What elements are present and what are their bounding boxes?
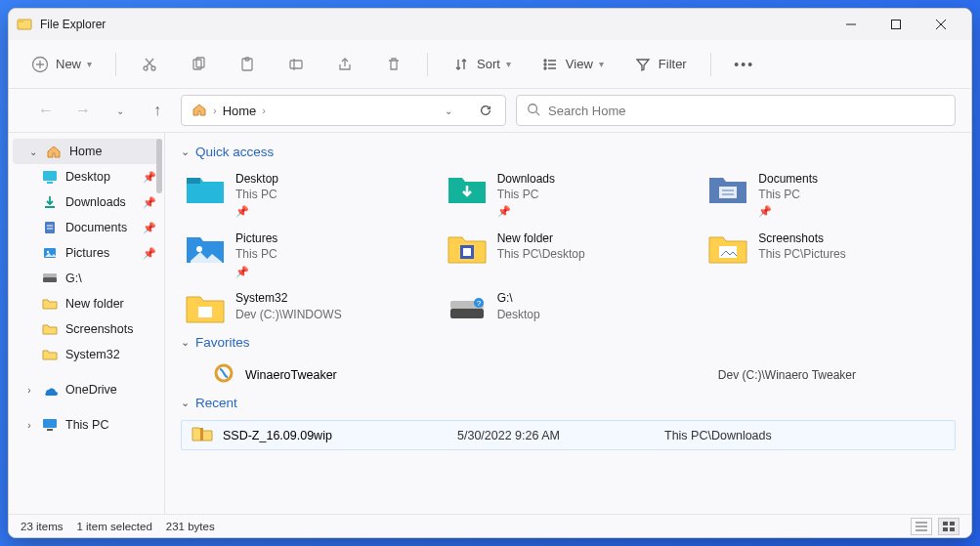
drive-icon: ? — [447, 290, 488, 327]
qa-item-documents[interactable]: DocumentsThis PC📌 — [703, 169, 956, 221]
copy-icon — [189, 55, 208, 74]
section-quick-access[interactable]: ⌄Quick access — [181, 145, 956, 159]
qa-item-system32[interactable]: System32Dev (C:)\WINDOWS — [181, 288, 433, 329]
history-chevron[interactable]: ⌄ — [107, 97, 134, 124]
svg-point-23 — [544, 67, 546, 69]
view-button[interactable]: View ▾ — [534, 51, 610, 78]
sidebar-item-screenshots[interactable]: Screenshots — [9, 316, 164, 342]
desktop-icon — [185, 171, 226, 208]
sidebar-onedrive[interactable]: ›OneDrive — [9, 377, 164, 402]
svg-point-25 — [529, 104, 537, 112]
sidebar-item-newfolder[interactable]: New folder — [9, 291, 164, 316]
qa-sub: Dev (C:)\WINDOWS — [235, 307, 342, 322]
sidebar-thispc[interactable]: ›This PC — [9, 412, 164, 438]
delete-button[interactable] — [378, 51, 409, 78]
address-bar-row: ← → ⌄ ↑ › Home › ⌄ Search Home — [9, 89, 971, 132]
drive-icon — [42, 271, 58, 286]
chevron-down-icon: ⌄ — [181, 397, 190, 409]
qa-name: G:\ — [497, 290, 540, 306]
sidebar-item-desktop[interactable]: Desktop📌 — [9, 164, 164, 189]
copy-button[interactable] — [183, 51, 214, 78]
recent-item-selected[interactable]: SSD-Z_16.09.09wip 5/30/2022 9:26 AM This… — [181, 420, 956, 450]
qa-item-newfolder[interactable]: New folderThis PC\Desktop — [443, 229, 695, 280]
toolbar: New ▾ Sort ▾ View ▾ Filter ••• — [9, 40, 971, 89]
svg-rect-27 — [43, 171, 57, 181]
svg-point-9 — [144, 66, 148, 70]
svg-rect-3 — [892, 21, 901, 29]
minimize-button[interactable] — [829, 10, 873, 39]
breadcrumb-bar[interactable]: › Home › ⌄ — [181, 95, 506, 126]
sidebar-item-documents[interactable]: Documents📌 — [9, 215, 164, 240]
qa-item-pictures[interactable]: PicturesThis PC📌 — [181, 229, 433, 280]
back-button[interactable]: ← — [32, 97, 60, 124]
sidebar-item-label: Pictures — [65, 246, 109, 260]
up-button[interactable]: ↑ — [144, 97, 171, 124]
sidebar-item-label: Downloads — [65, 195, 126, 209]
cut-button[interactable] — [134, 51, 165, 78]
qa-sub: Desktop — [497, 307, 540, 322]
pin-icon: 📌 — [143, 171, 156, 184]
recent-date: 5/30/2022 9:26 AM — [457, 429, 653, 442]
new-button[interactable]: New ▾ — [24, 51, 98, 78]
favorite-path: Dev (C:)\Winaero Tweaker — [718, 368, 856, 382]
svg-rect-1 — [18, 20, 23, 22]
svg-line-12 — [146, 59, 152, 66]
sidebar: ⌄ Home Desktop📌 Downloads📌 Documents📌 Pi… — [9, 133, 165, 514]
chevron-down-icon: ▾ — [87, 59, 92, 69]
more-button[interactable]: ••• — [729, 51, 760, 78]
sidebar-home[interactable]: ⌄ Home — [13, 139, 160, 164]
desktop-icon — [42, 169, 58, 185]
section-favorites[interactable]: ⌄Favorites — [181, 335, 956, 350]
qa-name: System32 — [235, 290, 342, 306]
app-icon — [17, 17, 32, 32]
folder-icon — [42, 347, 58, 362]
svg-text:?: ? — [476, 299, 481, 308]
chevron-down-icon: ⌄ — [28, 147, 38, 157]
maximize-button[interactable] — [873, 10, 918, 39]
svg-point-10 — [151, 66, 155, 70]
sort-icon — [451, 55, 471, 74]
statusbar: 23 items 1 item selected 231 bytes — [9, 514, 971, 537]
chevron-down-icon: ▾ — [506, 59, 511, 69]
sidebar-item-downloads[interactable]: Downloads📌 — [9, 189, 164, 215]
chevron-right-icon: › — [24, 420, 34, 431]
qa-item-drive-g[interactable]: ?G:\Desktop — [443, 288, 695, 329]
favorite-item[interactable]: WinaeroTweaker Dev (C:)\Winaero Tweaker — [181, 359, 956, 390]
close-button[interactable] — [918, 10, 963, 39]
pc-icon — [42, 417, 58, 433]
recent-path: This PC\Downloads — [664, 429, 772, 442]
filter-button[interactable]: Filter — [627, 51, 693, 78]
pictures-icon — [42, 245, 58, 261]
titlebar: File Explorer — [9, 9, 971, 40]
paste-button[interactable] — [232, 51, 263, 78]
svg-rect-57 — [950, 522, 955, 525]
sidebar-item-drive-g[interactable]: G:\ — [9, 266, 164, 291]
search-box[interactable]: Search Home — [516, 95, 956, 126]
rename-button[interactable] — [280, 51, 312, 78]
qa-sub: This PC\Desktop — [497, 246, 585, 262]
search-icon — [527, 103, 540, 119]
tiles-view-toggle[interactable] — [938, 518, 959, 535]
svg-rect-28 — [47, 182, 53, 184]
sidebar-item-pictures[interactable]: Pictures📌 — [9, 240, 164, 266]
svg-rect-47 — [450, 309, 484, 318]
section-recent[interactable]: ⌄Recent — [181, 396, 956, 410]
folder-icon — [42, 321, 58, 337]
section-label: Favorites — [195, 335, 250, 350]
sidebar-item-system32[interactable]: System32 — [9, 342, 164, 367]
recent-name: SSD-Z_16.09.09wip — [223, 429, 332, 442]
onedrive-icon — [42, 382, 58, 398]
qa-item-screenshots[interactable]: ScreenshotsThis PC\Pictures — [703, 229, 956, 280]
sidebar-scrollbar[interactable] — [156, 139, 162, 193]
breadcrumb-home[interactable]: › Home › — [188, 100, 272, 122]
forward-button[interactable]: → — [69, 97, 97, 124]
sidebar-item-label: Screenshots — [65, 322, 133, 336]
qa-item-desktop[interactable]: DesktopThis PC📌 — [181, 169, 433, 221]
details-view-toggle[interactable] — [911, 518, 932, 535]
share-button[interactable] — [329, 51, 361, 78]
refresh-button[interactable] — [472, 97, 499, 124]
sort-button[interactable]: Sort ▾ — [446, 51, 517, 78]
pin-icon: 📌 — [235, 265, 277, 279]
breadcrumb-dropdown[interactable]: ⌄ — [435, 97, 462, 124]
qa-item-downloads[interactable]: DownloadsThis PC📌 — [443, 169, 695, 221]
